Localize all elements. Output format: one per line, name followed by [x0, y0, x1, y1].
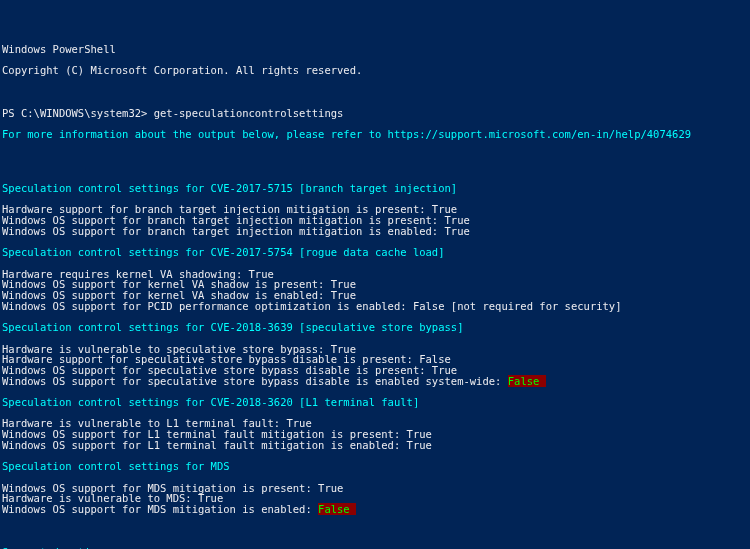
terminal-output[interactable]: { "title": "Windows PowerShell", "copyri…	[0, 0, 750, 549]
section-header: Speculation control settings for CVE-201…	[2, 322, 748, 333]
blank	[2, 515, 748, 526]
blank	[2, 87, 748, 98]
info-line: For more information about the output be…	[2, 129, 748, 140]
prompt-line: PS C:\WINDOWS\system32> get-speculationc…	[2, 108, 748, 119]
section-header: Speculation control settings for CVE-201…	[2, 397, 748, 408]
section-header: Speculation control settings for CVE-201…	[2, 183, 748, 194]
section-line: Windows OS support for PCID performance …	[2, 301, 748, 312]
section-line: Windows OS support for branch target inj…	[2, 226, 748, 237]
command: get-speculationcontrolsettings	[154, 107, 344, 119]
prompt: PS C:\WINDOWS\system32>	[2, 107, 154, 119]
blank	[2, 151, 748, 162]
copyright: Copyright (C) Microsoft Corporation. All…	[2, 65, 748, 76]
section-line-highlighted: Windows OS support for MDS mitigation is…	[2, 504, 748, 515]
blank	[2, 333, 748, 344]
window-title: Windows PowerShell	[2, 44, 748, 55]
section-header: Speculation control settings for CVE-201…	[2, 247, 748, 258]
section-header: Speculation control settings for MDS	[2, 461, 748, 472]
blank	[2, 258, 748, 269]
section-line: Windows OS support for L1 terminal fault…	[2, 440, 748, 451]
sections: Speculation control settings for CVE-201…	[2, 183, 748, 526]
section-line-highlighted: Windows OS support for speculative store…	[2, 376, 748, 387]
